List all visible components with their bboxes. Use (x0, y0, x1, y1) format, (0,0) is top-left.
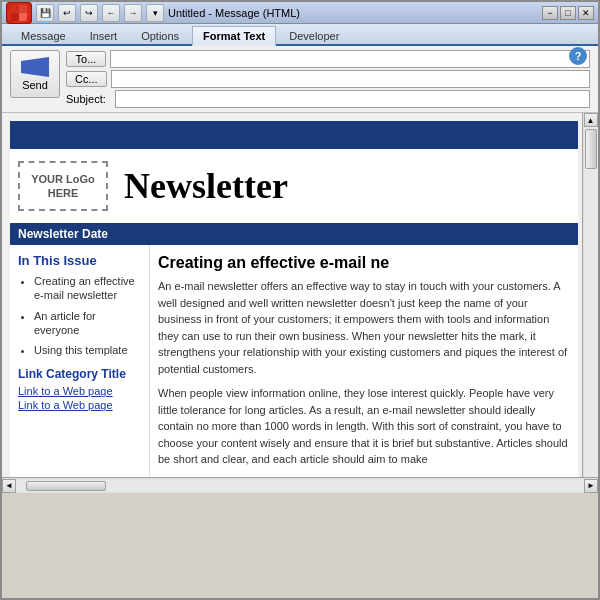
ribbon-tabs: Message Insert Options Format Text Devel… (2, 24, 598, 46)
scroll-up-arrow[interactable]: ▲ (584, 113, 598, 127)
cc-button[interactable]: Cc... (66, 71, 107, 87)
redo-button[interactable]: ↪ (80, 4, 98, 22)
list-item: Creating an effective e-mail newsletter (34, 274, 141, 303)
h-scroll-thumb[interactable] (26, 481, 106, 491)
undo-button[interactable]: ↩ (58, 4, 76, 22)
window-controls: − □ ✕ (542, 6, 594, 20)
newsletter-content: YOUR LoGo HERE Newsletter Newsletter Dat… (10, 121, 578, 484)
send-button[interactable]: Send (10, 50, 60, 98)
cc-row: Cc... (66, 70, 590, 88)
email-form: Send To... Cc... Subject: (2, 46, 598, 113)
subject-label: Subject: (66, 93, 111, 105)
scroll-right-arrow[interactable]: ► (584, 479, 598, 493)
article-paragraph-2: When people view information online, the… (158, 385, 570, 468)
office-logo (11, 5, 27, 21)
dropdown-button[interactable]: ▾ (146, 4, 164, 22)
scroll-thumb[interactable] (585, 129, 597, 169)
list-item: Using this template (34, 343, 141, 357)
message-body: YOUR LoGo HERE Newsletter Newsletter Dat… (2, 113, 598, 493)
tab-format-text[interactable]: Format Text (192, 26, 276, 46)
sidebar-link-1[interactable]: Link to a Web page (18, 385, 141, 397)
office-button[interactable] (6, 2, 32, 24)
vertical-scrollbar[interactable]: ▲ ▼ (582, 113, 598, 493)
sidebar-link-2[interactable]: Link to a Web page (18, 399, 141, 411)
title-bar: 💾 ↩ ↪ ← → ▾ Untitled - Message (HTML) − … (2, 2, 598, 24)
list-item: An article for everyone (34, 309, 141, 338)
newsletter-logo: YOUR LoGo HERE (18, 161, 108, 211)
newsletter-date-bar: Newsletter Date (10, 223, 578, 245)
subject-input[interactable] (115, 90, 590, 108)
to-button[interactable]: To... (66, 51, 106, 67)
horizontal-scrollbar[interactable]: ◄ ► (2, 477, 598, 493)
message-scroll: YOUR LoGo HERE Newsletter Newsletter Dat… (2, 113, 598, 493)
tab-options[interactable]: Options (130, 26, 190, 44)
save-button[interactable]: 💾 (36, 4, 54, 22)
back-button[interactable]: ← (102, 4, 120, 22)
subject-row: Subject: (66, 90, 590, 108)
close-button[interactable]: ✕ (578, 6, 594, 20)
newsletter-sidebar: In This Issue Creating an effective e-ma… (10, 245, 150, 484)
title-bar-left: 💾 ↩ ↪ ← → ▾ Untitled - Message (HTML) (6, 2, 300, 24)
send-icon (21, 57, 49, 77)
newsletter-title: Newsletter (124, 165, 288, 207)
article-title: Creating an effective e-mail ne (158, 253, 570, 272)
newsletter-main: Creating an effective e-mail ne An e-mai… (150, 245, 578, 484)
newsletter-body: In This Issue Creating an effective e-ma… (10, 245, 578, 484)
newsletter-header-bar (10, 121, 578, 149)
to-input[interactable] (110, 50, 590, 68)
send-label: Send (22, 79, 48, 91)
sidebar-heading: In This Issue (18, 253, 141, 268)
email-fields: To... Cc... Subject: (66, 50, 590, 108)
window-title: Untitled - Message (HTML) (168, 7, 300, 19)
tab-message[interactable]: Message (10, 26, 77, 44)
maximize-button[interactable]: □ (560, 6, 576, 20)
link-category-title: Link Category Title (18, 367, 141, 381)
help-icon[interactable]: ? (569, 47, 587, 65)
to-row: To... (66, 50, 590, 68)
newsletter-logo-row: YOUR LoGo HERE Newsletter (10, 149, 578, 223)
sidebar-list: Creating an effective e-mail newsletter … (18, 274, 141, 357)
tab-insert[interactable]: Insert (79, 26, 129, 44)
scroll-left-arrow[interactable]: ◄ (2, 479, 16, 493)
cc-input[interactable] (111, 70, 590, 88)
minimize-button[interactable]: − (542, 6, 558, 20)
article-paragraph-1: An e-mail newsletter offers an effective… (158, 278, 570, 377)
h-scroll-track[interactable] (16, 480, 584, 492)
tab-developer[interactable]: Developer (278, 26, 350, 44)
scroll-track[interactable] (584, 127, 598, 479)
forward-button[interactable]: → (124, 4, 142, 22)
